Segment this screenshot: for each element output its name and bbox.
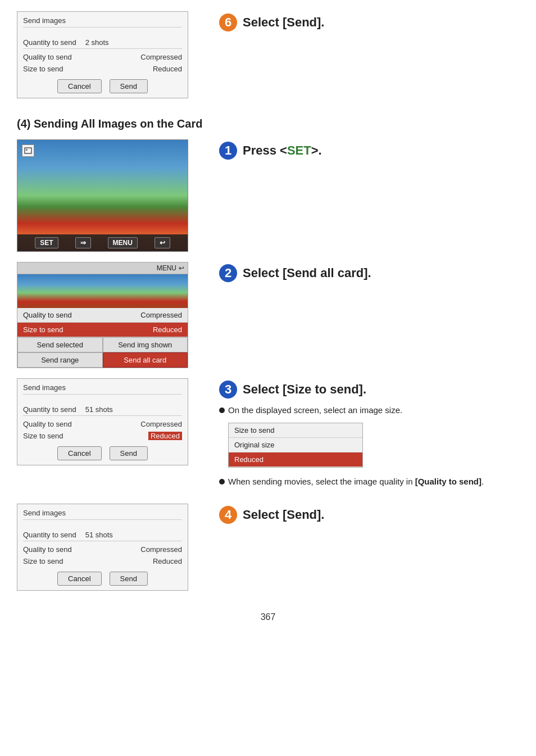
step1-text-post: >.	[311, 143, 322, 158]
qty-label-step3: Quantity to send	[23, 405, 76, 414]
step1-text-pre: Press <	[243, 143, 287, 158]
send-images-box-step4: Send images Quantity to send 51 shots Qu…	[17, 504, 188, 591]
step1-num: 1	[219, 142, 237, 160]
step1-row: SET ⇒ MENU ↩ 1 Press <SET>.	[17, 139, 519, 252]
quality-value-step4: Compressed	[140, 545, 182, 554]
step3-left: Send images Quantity to send 51 shots Qu…	[17, 378, 208, 465]
size-value-top: Reduced	[153, 65, 182, 73]
btn-row-step4: Cancel Send	[23, 572, 182, 586]
qty-label-step4: Quantity to send	[23, 531, 76, 539]
transfer-icon: ⇒	[75, 237, 91, 248]
step3-label: 3 Select [Size to send].	[219, 381, 519, 399]
step2-label: 2 Select [Send all card].	[219, 264, 519, 282]
send-btn-step3[interactable]: Send	[110, 446, 148, 460]
send-images-box-top: Send images Quantity to send 2 shots Qua…	[17, 11, 188, 98]
quality-value-top: Compressed	[140, 53, 182, 61]
send-range-btn[interactable]: Send range	[17, 352, 103, 368]
btn-row-step3: Cancel Send	[23, 446, 182, 460]
qty-row-step4: Quantity to send 51 shots	[23, 529, 182, 541]
send-btn-top[interactable]: Send	[110, 79, 148, 93]
camera-photo: SET ⇒ MENU ↩	[17, 139, 188, 252]
menu-size-row: Size to send Reduced	[17, 323, 188, 337]
menu-btn-grid: Send selected Send img shown Send range …	[17, 337, 188, 368]
size-label-step4: Size to send	[23, 557, 63, 565]
send-all-card-btn[interactable]: Send all card	[103, 352, 188, 368]
step3-bullets: On the displayed screen, select an image…	[219, 404, 519, 488]
popup-item2[interactable]: Reduced	[229, 452, 362, 467]
send-images-title-step4: Send images	[23, 509, 182, 520]
qty-value-step4: 51 shots	[85, 531, 113, 539]
step2-row: MENU ↩ Quality to send Compressed Size t…	[17, 262, 519, 368]
step4-text: Select [Send].	[243, 508, 324, 522]
step6-text: Select [Send].	[243, 15, 324, 30]
size-row-step3: Size to send Reduced	[23, 430, 182, 442]
menu-quality-label: Quality to send	[23, 311, 72, 319]
step2-num: 2	[219, 264, 237, 282]
step3-bullet2-pre: When sending movies, select the image qu…	[228, 477, 415, 486]
photo-icon	[22, 144, 34, 157]
send-img-shown-btn[interactable]: Send img shown	[103, 337, 188, 352]
menu-overlay: MENU ↩ Quality to send Compressed Size t…	[17, 262, 188, 368]
qty-value-top: 2 shots	[85, 38, 109, 47]
step3-bullet1-text: On the displayed screen, select an image…	[228, 404, 402, 417]
quality-label-step3: Quality to send	[23, 420, 72, 428]
size-label-step3: Size to send	[23, 432, 63, 440]
section-heading: (4) Sending All Images on the Card	[17, 117, 519, 130]
size-popup: Size to send Original size Reduced	[228, 423, 363, 468]
bullet-dot-1	[219, 408, 225, 413]
cancel-btn-step4[interactable]: Cancel	[57, 572, 101, 586]
step3-bullet2-text: When sending movies, select the image qu…	[228, 476, 484, 488]
quality-value-step3: Compressed	[140, 420, 182, 428]
quality-row-step4: Quality to send Compressed	[23, 544, 182, 555]
set-btn[interactable]: SET	[35, 237, 58, 248]
size-value-step4: Reduced	[153, 557, 182, 565]
step2-text: Select [Send all card].	[243, 266, 371, 280]
menu-quality-value: Compressed	[140, 311, 182, 319]
qty-row-step3: Quantity to send 51 shots	[23, 404, 182, 416]
qty-row-top: Quantity to send 2 shots	[23, 37, 182, 49]
step1-set: SET	[287, 143, 311, 158]
page-number: 367	[17, 612, 519, 622]
step1-right: 1 Press <SET>.	[219, 139, 519, 160]
camera-bottom-bar: SET ⇒ MENU ↩	[17, 234, 188, 251]
step4-label: 4 Select [Send].	[219, 506, 519, 524]
size-value-step3: Reduced	[148, 432, 182, 440]
step1-label: 1 Press <SET>.	[219, 142, 519, 160]
menu-photo-strip	[17, 274, 188, 308]
menu-size-value: Reduced	[153, 325, 182, 334]
menu-btn[interactable]: MENU	[108, 237, 138, 248]
cancel-btn-top[interactable]: Cancel	[57, 79, 101, 93]
menu-top-bar: MENU ↩	[17, 262, 188, 274]
qty-label-top: Quantity to send	[23, 38, 76, 47]
send-images-box-step3: Send images Quantity to send 51 shots Qu…	[17, 378, 188, 465]
step2-right: 2 Select [Send all card].	[219, 262, 519, 282]
step3-right: 3 Select [Size to send]. On the displaye…	[219, 378, 519, 494]
step6-label: 6 Select [Send].	[219, 13, 519, 31]
quality-label-top: Quality to send	[23, 53, 72, 61]
popup-item1[interactable]: Original size	[229, 438, 362, 452]
svg-rect-1	[26, 149, 28, 151]
step3-num: 3	[219, 381, 237, 399]
send-selected-btn[interactable]: Send selected	[17, 337, 103, 352]
menu-back-icon: ↩	[179, 264, 184, 272]
step4-left: Send images Quantity to send 51 shots Qu…	[17, 504, 208, 591]
step2-left: MENU ↩ Quality to send Compressed Size t…	[17, 262, 208, 368]
step3-bullet1: On the displayed screen, select an image…	[219, 404, 519, 417]
step1-left: SET ⇒ MENU ↩	[17, 139, 208, 252]
step3-row: Send images Quantity to send 51 shots Qu…	[17, 378, 519, 494]
quality-row-step3: Quality to send Compressed	[23, 418, 182, 430]
step6-num: 6	[219, 13, 237, 31]
send-btn-step4[interactable]: Send	[110, 572, 148, 586]
size-row-step4: Size to send Reduced	[23, 555, 182, 567]
step4-right: 4 Select [Send].	[219, 504, 519, 524]
cancel-btn-step3[interactable]: Cancel	[57, 446, 101, 460]
send-images-title-step3: Send images	[23, 383, 182, 395]
back-icon: ↩	[155, 237, 170, 248]
menu-size-label: Size to send	[23, 325, 63, 334]
quality-row-top: Quality to send Compressed	[23, 51, 182, 63]
step3-bullet2-bold: [Quality to send]	[415, 477, 482, 486]
quality-label-step4: Quality to send	[23, 545, 72, 554]
popup-title: Size to send	[229, 423, 362, 438]
step4-row: Send images Quantity to send 51 shots Qu…	[17, 504, 519, 591]
qty-value-step3: 51 shots	[85, 405, 113, 414]
